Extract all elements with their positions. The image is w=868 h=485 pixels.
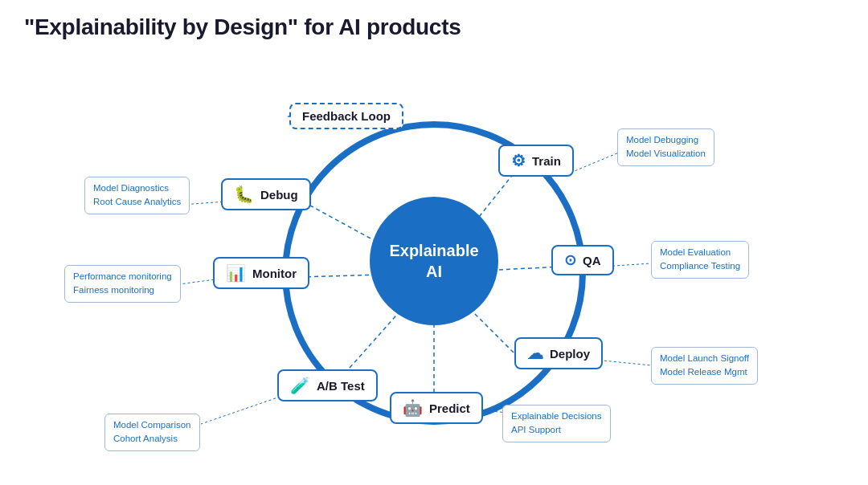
node-deploy: ☁ Deploy [514, 337, 603, 369]
infobox-predict: Explainable Decisions API Support [502, 405, 611, 442]
svg-line-10 [571, 153, 619, 173]
infobox-debug-line2: Root Cause Analytics [93, 195, 181, 209]
qa-label: QA [583, 254, 601, 267]
infobox-debug-line1: Model Diagnostics [93, 181, 181, 195]
train-icon: ⚙ [511, 151, 526, 170]
debug-icon: 🐛 [234, 185, 254, 204]
infobox-abtest: Model Comparison Cohort Analysis [104, 414, 200, 451]
infobox-abtest-line1: Model Comparison [113, 418, 191, 432]
node-qa: ⊙ QA [551, 245, 614, 275]
node-abtest: 🧪 A/B Test [277, 369, 378, 401]
page-title: "Explainability by Design" for AI produc… [24, 14, 461, 40]
predict-icon: 🤖 [403, 398, 423, 418]
debug-label: Debug [260, 188, 298, 202]
infobox-monitor-line1: Performance monitoring [73, 270, 172, 283]
infobox-deploy-line2: Model Release Mgmt [660, 365, 749, 379]
svg-line-14 [201, 393, 289, 424]
abtest-label: A/B Test [317, 379, 365, 393]
predict-label: Predict [429, 401, 470, 415]
infobox-debug: Model Diagnostics Root Cause Analytics [84, 177, 190, 214]
infobox-abtest-line2: Cohort Analysis [113, 432, 191, 446]
infobox-deploy-line1: Model Launch Signoff [660, 352, 749, 365]
center-label-line2: AI [426, 261, 442, 282]
train-label: Train [532, 154, 561, 168]
infobox-train-line2: Model Visualization [626, 147, 706, 161]
infobox-predict-line1: Explainable Decisions [511, 410, 602, 423]
deploy-icon: ☁ [527, 344, 543, 363]
infobox-train-line1: Model Debugging [626, 133, 706, 147]
infobox-monitor: Performance monitoring Fairness monitori… [64, 265, 181, 303]
infobox-qa: Model Evaluation Compliance Testing [651, 241, 749, 279]
qa-icon: ⊙ [564, 251, 576, 269]
monitor-icon: 📊 [226, 263, 246, 283]
node-feedback: Feedback Loop [289, 103, 403, 129]
infobox-predict-line2: API Support [511, 423, 602, 437]
infobox-qa-line1: Model Evaluation [660, 246, 740, 259]
feedback-label: Feedback Loop [302, 109, 391, 123]
diagram: Explainable AI Feedback Loop ⚙ Train Mod… [40, 48, 828, 474]
deploy-label: Deploy [550, 347, 590, 361]
infobox-train: Model Debugging Model Visualization [617, 128, 714, 166]
center-label-line1: Explainable [389, 240, 478, 261]
node-monitor: 📊 Monitor [213, 257, 309, 289]
center-circle: Explainable AI [370, 197, 498, 325]
abtest-icon: 🧪 [290, 376, 310, 395]
node-train: ⚙ Train [498, 145, 574, 177]
infobox-deploy: Model Launch Signoff Model Release Mgmt [651, 347, 758, 385]
monitor-label: Monitor [252, 267, 297, 280]
node-debug: 🐛 Debug [221, 178, 311, 210]
infobox-monitor-line2: Fairness monitoring [73, 283, 172, 297]
node-predict: 🤖 Predict [390, 392, 483, 424]
infobox-qa-line2: Compliance Testing [660, 259, 740, 273]
